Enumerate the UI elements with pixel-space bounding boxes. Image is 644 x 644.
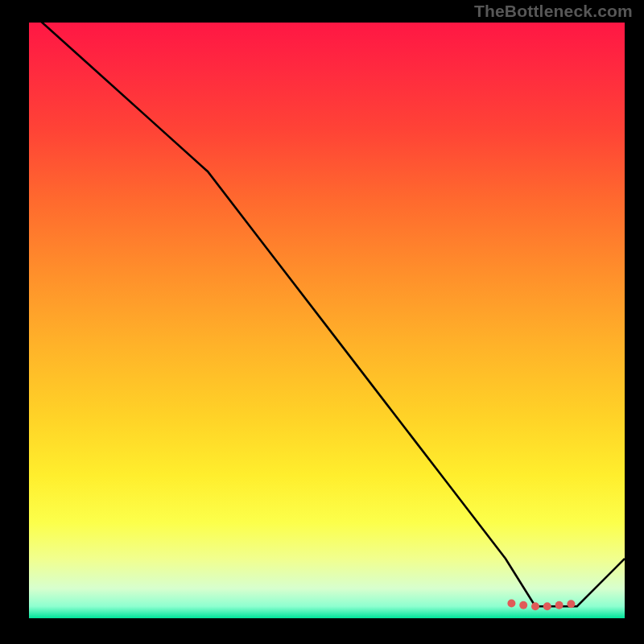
marker-dot bbox=[507, 600, 515, 608]
chart-frame: TheBottleneck.com bbox=[0, 0, 644, 644]
marker-dot bbox=[567, 600, 575, 608]
plot-area bbox=[29, 23, 625, 618]
marker-dot bbox=[519, 601, 527, 609]
marker-cluster bbox=[29, 23, 625, 618]
watermark-text: TheBottleneck.com bbox=[474, 2, 633, 21]
marker-dot bbox=[555, 601, 564, 609]
marker-dot bbox=[543, 602, 551, 610]
marker-dot bbox=[531, 602, 539, 610]
